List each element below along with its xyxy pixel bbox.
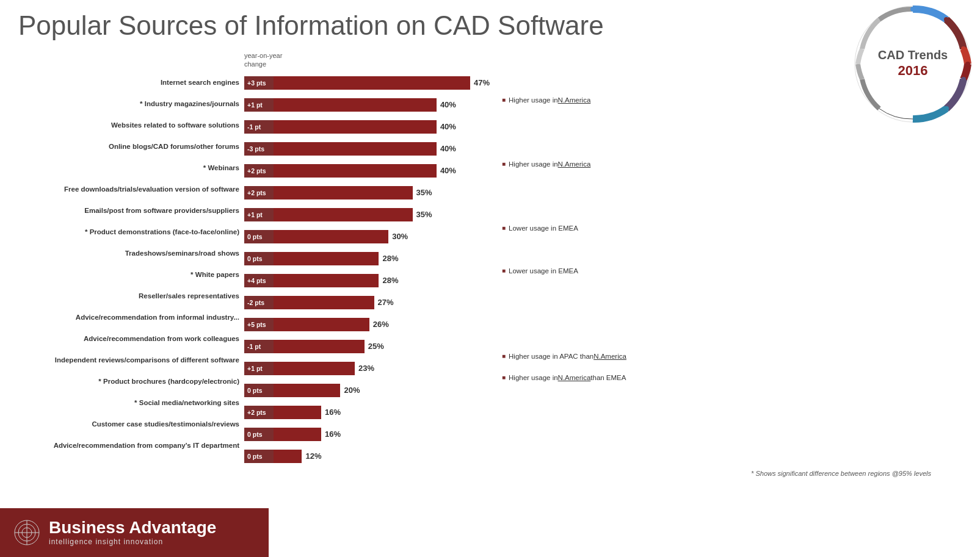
pct-label-0: 47% bbox=[474, 78, 496, 87]
annotation-row-12 bbox=[496, 303, 716, 324]
change-label-5: +2 pts bbox=[244, 186, 274, 199]
row-label-2: Websites related to software solutions bbox=[111, 115, 239, 136]
row-label-17: Advice/recommendation from company's IT … bbox=[54, 435, 239, 456]
svg-point-8 bbox=[961, 46, 966, 51]
svg-point-6 bbox=[910, 7, 915, 12]
bar-fill-8 bbox=[274, 252, 379, 265]
pct-label-11: 26% bbox=[373, 320, 395, 329]
row-label-14: * Product brochures (hardcopy/electronic… bbox=[98, 371, 239, 392]
pct-label-12: 25% bbox=[368, 342, 390, 351]
annotation-row-2: Higher usage in N.America bbox=[496, 89, 716, 110]
main-title: Popular Sources of Information on CAD So… bbox=[0, 0, 980, 40]
bar-row-0: +3 pts47% bbox=[244, 72, 496, 93]
pct-label-13: 23% bbox=[358, 364, 380, 373]
svg-text:2016: 2016 bbox=[898, 63, 928, 78]
bar-fill-11 bbox=[274, 318, 369, 331]
annotation-text-10: Lower usage in EMEA bbox=[502, 267, 578, 275]
row-label-5: Free downloads/trials/evaluation version… bbox=[64, 179, 239, 200]
row-label-8: Tradeshows/seminars/road shows bbox=[125, 243, 239, 264]
bar-fill-4 bbox=[274, 164, 437, 178]
row-label-0: Internet search engines bbox=[161, 72, 239, 93]
row-label-1: * Industry magazines/journals bbox=[140, 93, 239, 115]
change-label-1: +1 pt bbox=[244, 98, 274, 112]
bar-row-6: +1 pt35% bbox=[244, 204, 496, 225]
bar-row-7: 0 pts30% bbox=[244, 226, 496, 247]
pct-label-6: 35% bbox=[416, 210, 438, 219]
footnote: * Shows significant difference between r… bbox=[0, 470, 980, 477]
change-label-6: +1 pt bbox=[244, 208, 274, 221]
bar-row-16: 0 pts16% bbox=[244, 423, 496, 445]
annotation-row-4 bbox=[496, 132, 716, 153]
business-advantage-logo-icon bbox=[12, 518, 42, 547]
change-label-17: 0 pts bbox=[244, 450, 274, 463]
change-label-10: -2 pts bbox=[244, 296, 274, 309]
annotation-row-7 bbox=[496, 196, 716, 217]
bottom-bar: Business Advantage intelligence insight … bbox=[0, 508, 269, 557]
change-label-14: 0 pts bbox=[244, 384, 274, 397]
row-label-10: Reseller/sales representatives bbox=[139, 286, 239, 307]
pct-label-5: 35% bbox=[416, 188, 438, 197]
row-label-7: * Product demonstrations (face-to-face/o… bbox=[85, 221, 239, 243]
bar-fill-12 bbox=[274, 340, 365, 353]
bar-row-11: +5 pts26% bbox=[244, 314, 496, 335]
bar-row-1: +1 pt40% bbox=[244, 94, 496, 115]
row-label-15: * Social media/networking sites bbox=[134, 392, 239, 414]
change-label-0: +3 pts bbox=[244, 76, 274, 90]
change-label-7: 0 pts bbox=[244, 230, 274, 243]
svg-point-11 bbox=[944, 106, 949, 111]
svg-text:CAD Trends: CAD Trends bbox=[878, 48, 948, 62]
change-label-4: +2 pts bbox=[244, 164, 274, 178]
annotation-row-16 bbox=[496, 388, 716, 409]
pct-label-1: 40% bbox=[440, 100, 462, 109]
pct-label-15: 16% bbox=[325, 408, 347, 417]
bar-fill-13 bbox=[274, 362, 355, 375]
change-label-2: -1 pt bbox=[244, 120, 274, 134]
change-label-9: +4 pts bbox=[244, 274, 274, 287]
bar-row-9: +4 pts28% bbox=[244, 270, 496, 291]
bar-fill-7 bbox=[274, 230, 388, 243]
annotation-row-3 bbox=[496, 110, 716, 132]
change-label-16: 0 pts bbox=[244, 428, 274, 441]
annotation-text-8: Lower usage in EMEA bbox=[502, 225, 578, 232]
bar-fill-10 bbox=[274, 296, 374, 309]
change-label-8: 0 pts bbox=[244, 252, 274, 265]
pct-label-17: 12% bbox=[305, 451, 327, 461]
annotation-text-5: Higher usage in N.America bbox=[502, 160, 590, 168]
svg-point-10 bbox=[961, 77, 966, 82]
row-label-16: Customer case studies/testimonials/revie… bbox=[92, 414, 239, 435]
annotation-text-14: Higher usage in APAC than N.America bbox=[502, 353, 626, 360]
bar-row-14: 0 pts20% bbox=[244, 379, 496, 401]
bar-fill-6 bbox=[274, 208, 413, 221]
bar-row-4: +2 pts40% bbox=[244, 160, 496, 181]
cad-trends-logo: CAD Trends 2016 bbox=[852, 3, 974, 125]
svg-point-9 bbox=[965, 62, 970, 66]
bar-fill-17 bbox=[274, 450, 302, 463]
annotation-row-8: Lower usage in EMEA bbox=[496, 217, 716, 239]
pct-label-2: 40% bbox=[440, 122, 462, 131]
bar-row-2: -1 pt40% bbox=[244, 116, 496, 137]
bar-fill-5 bbox=[274, 186, 413, 199]
row-label-6: Emails/post from software providers/supp… bbox=[84, 200, 239, 221]
bar-row-3: -3 pts40% bbox=[244, 138, 496, 159]
bar-fill-2 bbox=[274, 120, 437, 134]
pct-label-4: 40% bbox=[440, 166, 462, 175]
bar-fill-16 bbox=[274, 428, 321, 441]
annotation-row-0 bbox=[496, 46, 716, 68]
annotation-row-14: Higher usage in APAC than N.America bbox=[496, 345, 716, 367]
annotation-text-15: Higher usage in N.America than EMEA bbox=[502, 374, 626, 381]
row-label-11: Advice/recommendation from informal indu… bbox=[76, 307, 239, 328]
pct-label-3: 40% bbox=[440, 144, 462, 153]
bar-fill-9 bbox=[274, 274, 379, 287]
annotation-row-6 bbox=[496, 174, 716, 196]
pct-label-9: 28% bbox=[382, 276, 404, 285]
yoy-header: year-on-yearchange bbox=[244, 51, 282, 69]
pct-label-7: 30% bbox=[392, 232, 414, 241]
bar-row-15: +2 pts16% bbox=[244, 401, 496, 423]
bar-fill-0 bbox=[274, 76, 470, 90]
bar-row-8: 0 pts28% bbox=[244, 248, 496, 269]
bar-fill-15 bbox=[274, 406, 321, 419]
bar-row-12: -1 pt25% bbox=[244, 336, 496, 357]
annotation-row-9 bbox=[496, 239, 716, 260]
annotation-row-11 bbox=[496, 281, 716, 303]
pct-label-10: 27% bbox=[378, 298, 400, 307]
